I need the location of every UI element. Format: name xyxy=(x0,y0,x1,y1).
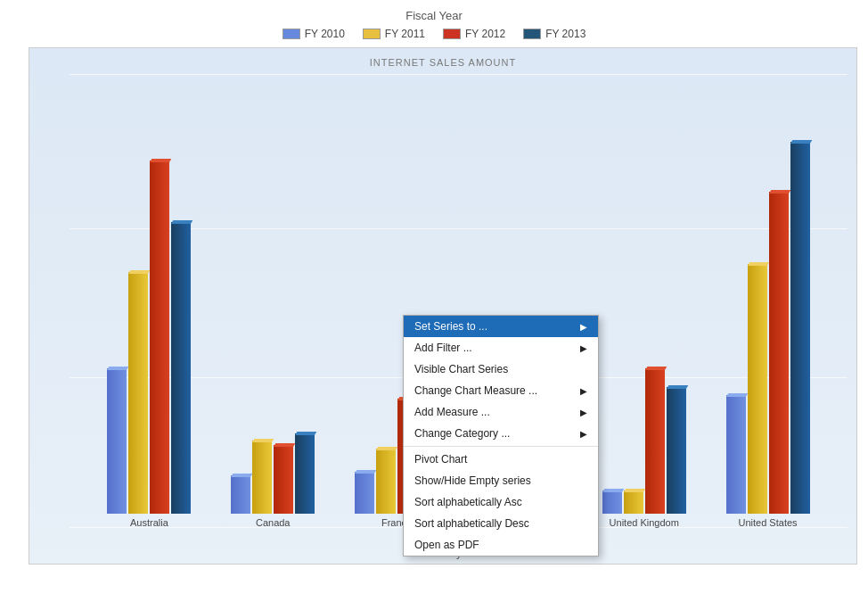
submenu-arrow-icon: ▶ xyxy=(580,429,587,439)
bar-2010 xyxy=(231,475,250,514)
bars-row xyxy=(602,368,686,514)
bar-2013 xyxy=(790,142,810,514)
menu-item-label: Add Filter ... xyxy=(414,342,472,354)
menu-item-label: Add Measure ... xyxy=(414,406,490,418)
country-label: United States xyxy=(739,517,798,528)
menu-item-label: Pivot Chart xyxy=(414,453,467,466)
menu-item-label: Change Category ... xyxy=(414,427,510,440)
bars-row xyxy=(231,433,315,514)
country-label: United Kingdom xyxy=(610,517,679,528)
menu-separator xyxy=(404,446,598,447)
chart-title: Fiscal Year xyxy=(405,9,463,22)
chart-inner-title: INTERNET SALES AMOUNT xyxy=(29,48,856,68)
bar-2013 xyxy=(667,387,686,514)
country-group-united-kingdom: United Kingdom xyxy=(602,368,686,528)
bar-2011 xyxy=(376,449,396,514)
bar-2011 xyxy=(128,272,148,514)
country-label: Canada xyxy=(256,517,291,528)
bar-2013 xyxy=(295,433,315,514)
context-menu-item-visible-series[interactable]: Visible Chart Series xyxy=(404,359,598,380)
context-menu-item-pivot-chart[interactable]: Pivot Chart xyxy=(404,449,598,470)
bar-2010 xyxy=(355,472,374,514)
context-menu-item-open-pdf[interactable]: Open as PDF xyxy=(404,534,598,556)
submenu-arrow-icon: ▶ xyxy=(580,386,587,396)
context-menu-item-show-hide-empty[interactable]: Show/Hide Empty series xyxy=(404,470,598,491)
country-group-canada: Canada xyxy=(231,433,315,528)
context-menu-item-set-series[interactable]: Set Series to ...▶ xyxy=(404,316,598,337)
menu-item-label: Sort alphabetically Asc xyxy=(414,496,522,508)
legend-label-2013: FY 2013 xyxy=(545,28,585,40)
submenu-arrow-icon: ▶ xyxy=(580,408,587,417)
menu-item-label: Visible Chart Series xyxy=(414,363,508,375)
submenu-arrow-icon: ▶ xyxy=(580,343,587,353)
chart-legend: FY 2010FY 2011FY 2012FY 2013 xyxy=(283,28,586,40)
legend-label-2010: FY 2010 xyxy=(305,28,345,40)
context-menu: Set Series to ...▶Add Filter ...▶Visible… xyxy=(403,315,599,556)
bars-row xyxy=(726,142,810,514)
legend-item-2011: FY 2011 xyxy=(363,28,425,40)
country-group-united-states: United States xyxy=(726,142,810,528)
menu-item-label: Show/Hide Empty series xyxy=(414,474,531,487)
bar-2013 xyxy=(171,222,191,514)
context-menu-item-add-measure[interactable]: Add Measure ...▶ xyxy=(404,401,598,423)
context-menu-item-change-chart-measure[interactable]: Change Chart Measure ...▶ xyxy=(404,380,598,401)
bar-2011 xyxy=(252,441,272,514)
menu-item-label: Sort alphabetically Desc xyxy=(414,517,529,530)
menu-item-label: Open as PDF xyxy=(414,539,479,551)
bars-row xyxy=(107,161,191,514)
legend-color-box-2011 xyxy=(363,29,381,39)
bar-2010 xyxy=(107,368,127,514)
submenu-arrow-icon: ▶ xyxy=(580,322,587,332)
legend-item-2010: FY 2010 xyxy=(283,28,345,40)
menu-item-label: Set Series to ... xyxy=(414,320,487,333)
bar-2011 xyxy=(624,490,643,514)
bar-2012 xyxy=(274,445,293,514)
context-menu-item-sort-asc[interactable]: Sort alphabetically Asc xyxy=(404,491,598,513)
bar-2011 xyxy=(748,264,767,514)
context-menu-item-change-category[interactable]: Change Category ...▶ xyxy=(404,423,598,444)
legend-color-box-2010 xyxy=(283,29,300,39)
chart-container: Fiscal Year FY 2010FY 2011FY 2012FY 2013… xyxy=(0,0,868,610)
bar-2012 xyxy=(150,161,169,514)
legend-label-2012: FY 2012 xyxy=(465,28,505,40)
legend-item-2012: FY 2012 xyxy=(443,28,505,40)
legend-item-2013: FY 2013 xyxy=(523,28,585,40)
menu-item-label: Change Chart Measure ... xyxy=(414,384,537,397)
legend-color-box-2013 xyxy=(523,29,541,39)
bar-2012 xyxy=(645,368,665,514)
context-menu-item-sort-desc[interactable]: Sort alphabetically Desc xyxy=(404,513,598,534)
bar-2012 xyxy=(769,192,789,514)
bar-2010 xyxy=(602,490,622,514)
legend-color-box-2012 xyxy=(443,29,461,39)
legend-label-2011: FY 2011 xyxy=(385,28,425,40)
country-label: Australia xyxy=(130,517,168,528)
context-menu-item-add-filter[interactable]: Add Filter ...▶ xyxy=(404,337,598,359)
bar-2010 xyxy=(726,395,746,514)
country-group-australia: Australia xyxy=(107,161,191,528)
